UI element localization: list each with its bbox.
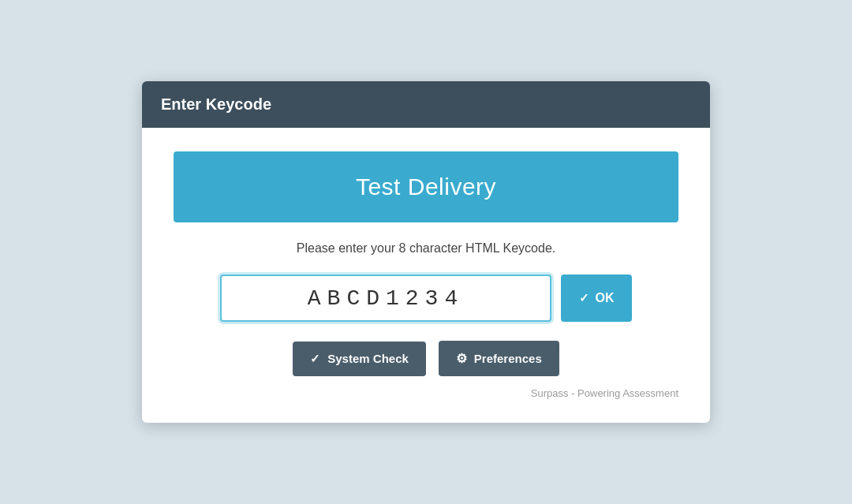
ok-button-label: OK: [596, 291, 615, 305]
ok-button[interactable]: OK: [561, 274, 632, 322]
keycode-input[interactable]: [220, 274, 551, 322]
enter-keycode-modal: Enter Keycode Test Delivery Please enter…: [142, 81, 710, 423]
modal-body: Test Delivery Please enter your 8 charac…: [142, 128, 710, 423]
modal-title: Enter Keycode: [161, 95, 271, 113]
banner-text: Test Delivery: [356, 174, 496, 200]
system-check-button[interactable]: System Check: [293, 342, 426, 376]
gear-icon: [456, 351, 467, 366]
banner: Test Delivery: [174, 151, 678, 222]
instruction-text: Please enter your 8 character HTML Keyco…: [297, 241, 555, 256]
check-icon: [579, 291, 589, 305]
footer-text: Surpass - Powering Assessment: [531, 387, 678, 399]
check-icon-system: [310, 352, 320, 366]
preferences-button[interactable]: Preferences: [439, 341, 559, 376]
input-row: OK: [174, 274, 678, 322]
action-row: System Check Preferences: [293, 341, 559, 376]
preferences-label: Preferences: [474, 352, 542, 365]
system-check-label: System Check: [327, 352, 409, 365]
modal-header: Enter Keycode: [142, 81, 710, 128]
